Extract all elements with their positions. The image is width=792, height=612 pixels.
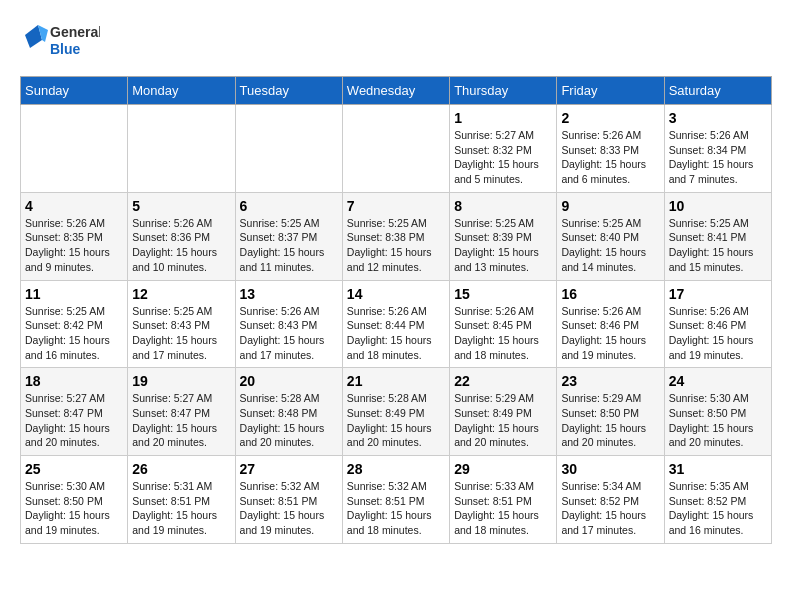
day-info: Sunrise: 5:26 AMSunset: 8:46 PMDaylight:…	[561, 304, 659, 363]
logo-icon: GeneralBlue	[20, 20, 100, 60]
day-cell: 30Sunrise: 5:34 AMSunset: 8:52 PMDayligh…	[557, 456, 664, 544]
day-number: 26	[132, 461, 230, 477]
week-row-4: 18Sunrise: 5:27 AMSunset: 8:47 PMDayligh…	[21, 368, 772, 456]
day-cell: 28Sunrise: 5:32 AMSunset: 8:51 PMDayligh…	[342, 456, 449, 544]
day-cell: 8Sunrise: 5:25 AMSunset: 8:39 PMDaylight…	[450, 192, 557, 280]
day-info: Sunrise: 5:32 AMSunset: 8:51 PMDaylight:…	[240, 479, 338, 538]
day-info: Sunrise: 5:32 AMSunset: 8:51 PMDaylight:…	[347, 479, 445, 538]
day-info: Sunrise: 5:25 AMSunset: 8:39 PMDaylight:…	[454, 216, 552, 275]
day-info: Sunrise: 5:26 AMSunset: 8:45 PMDaylight:…	[454, 304, 552, 363]
day-cell: 21Sunrise: 5:28 AMSunset: 8:49 PMDayligh…	[342, 368, 449, 456]
day-number: 9	[561, 198, 659, 214]
day-number: 21	[347, 373, 445, 389]
day-info: Sunrise: 5:26 AMSunset: 8:35 PMDaylight:…	[25, 216, 123, 275]
day-number: 23	[561, 373, 659, 389]
day-number: 17	[669, 286, 767, 302]
day-number: 29	[454, 461, 552, 477]
day-cell: 18Sunrise: 5:27 AMSunset: 8:47 PMDayligh…	[21, 368, 128, 456]
day-info: Sunrise: 5:34 AMSunset: 8:52 PMDaylight:…	[561, 479, 659, 538]
col-header-thursday: Thursday	[450, 77, 557, 105]
day-info: Sunrise: 5:29 AMSunset: 8:49 PMDaylight:…	[454, 391, 552, 450]
day-number: 1	[454, 110, 552, 126]
day-info: Sunrise: 5:26 AMSunset: 8:43 PMDaylight:…	[240, 304, 338, 363]
day-number: 13	[240, 286, 338, 302]
week-row-1: 1Sunrise: 5:27 AMSunset: 8:32 PMDaylight…	[21, 105, 772, 193]
day-cell: 13Sunrise: 5:26 AMSunset: 8:43 PMDayligh…	[235, 280, 342, 368]
page-header: GeneralBlue	[20, 20, 772, 60]
day-cell: 5Sunrise: 5:26 AMSunset: 8:36 PMDaylight…	[128, 192, 235, 280]
day-cell: 4Sunrise: 5:26 AMSunset: 8:35 PMDaylight…	[21, 192, 128, 280]
day-cell: 24Sunrise: 5:30 AMSunset: 8:50 PMDayligh…	[664, 368, 771, 456]
col-header-friday: Friday	[557, 77, 664, 105]
day-info: Sunrise: 5:27 AMSunset: 8:32 PMDaylight:…	[454, 128, 552, 187]
day-cell: 6Sunrise: 5:25 AMSunset: 8:37 PMDaylight…	[235, 192, 342, 280]
day-info: Sunrise: 5:26 AMSunset: 8:44 PMDaylight:…	[347, 304, 445, 363]
day-number: 6	[240, 198, 338, 214]
day-number: 22	[454, 373, 552, 389]
week-row-5: 25Sunrise: 5:30 AMSunset: 8:50 PMDayligh…	[21, 456, 772, 544]
day-info: Sunrise: 5:35 AMSunset: 8:52 PMDaylight:…	[669, 479, 767, 538]
col-header-saturday: Saturday	[664, 77, 771, 105]
day-cell: 19Sunrise: 5:27 AMSunset: 8:47 PMDayligh…	[128, 368, 235, 456]
day-info: Sunrise: 5:25 AMSunset: 8:38 PMDaylight:…	[347, 216, 445, 275]
col-header-sunday: Sunday	[21, 77, 128, 105]
day-cell	[128, 105, 235, 193]
day-cell	[21, 105, 128, 193]
day-number: 25	[25, 461, 123, 477]
day-cell: 16Sunrise: 5:26 AMSunset: 8:46 PMDayligh…	[557, 280, 664, 368]
day-number: 18	[25, 373, 123, 389]
day-cell: 31Sunrise: 5:35 AMSunset: 8:52 PMDayligh…	[664, 456, 771, 544]
day-number: 11	[25, 286, 123, 302]
day-info: Sunrise: 5:30 AMSunset: 8:50 PMDaylight:…	[669, 391, 767, 450]
day-cell: 15Sunrise: 5:26 AMSunset: 8:45 PMDayligh…	[450, 280, 557, 368]
day-cell: 1Sunrise: 5:27 AMSunset: 8:32 PMDaylight…	[450, 105, 557, 193]
day-number: 10	[669, 198, 767, 214]
day-cell: 10Sunrise: 5:25 AMSunset: 8:41 PMDayligh…	[664, 192, 771, 280]
day-number: 28	[347, 461, 445, 477]
day-info: Sunrise: 5:26 AMSunset: 8:34 PMDaylight:…	[669, 128, 767, 187]
svg-text:Blue: Blue	[50, 41, 81, 57]
col-header-wednesday: Wednesday	[342, 77, 449, 105]
day-info: Sunrise: 5:29 AMSunset: 8:50 PMDaylight:…	[561, 391, 659, 450]
header-row: SundayMondayTuesdayWednesdayThursdayFrid…	[21, 77, 772, 105]
day-cell: 26Sunrise: 5:31 AMSunset: 8:51 PMDayligh…	[128, 456, 235, 544]
day-number: 27	[240, 461, 338, 477]
day-cell	[342, 105, 449, 193]
day-info: Sunrise: 5:31 AMSunset: 8:51 PMDaylight:…	[132, 479, 230, 538]
day-info: Sunrise: 5:25 AMSunset: 8:41 PMDaylight:…	[669, 216, 767, 275]
day-cell: 3Sunrise: 5:26 AMSunset: 8:34 PMDaylight…	[664, 105, 771, 193]
day-cell: 20Sunrise: 5:28 AMSunset: 8:48 PMDayligh…	[235, 368, 342, 456]
day-cell: 2Sunrise: 5:26 AMSunset: 8:33 PMDaylight…	[557, 105, 664, 193]
day-number: 31	[669, 461, 767, 477]
day-info: Sunrise: 5:27 AMSunset: 8:47 PMDaylight:…	[25, 391, 123, 450]
day-cell: 27Sunrise: 5:32 AMSunset: 8:51 PMDayligh…	[235, 456, 342, 544]
day-info: Sunrise: 5:25 AMSunset: 8:40 PMDaylight:…	[561, 216, 659, 275]
day-number: 8	[454, 198, 552, 214]
col-header-monday: Monday	[128, 77, 235, 105]
day-number: 15	[454, 286, 552, 302]
logo: GeneralBlue	[20, 20, 100, 60]
day-info: Sunrise: 5:28 AMSunset: 8:48 PMDaylight:…	[240, 391, 338, 450]
day-number: 30	[561, 461, 659, 477]
day-info: Sunrise: 5:25 AMSunset: 8:37 PMDaylight:…	[240, 216, 338, 275]
day-info: Sunrise: 5:26 AMSunset: 8:33 PMDaylight:…	[561, 128, 659, 187]
day-number: 2	[561, 110, 659, 126]
day-cell: 12Sunrise: 5:25 AMSunset: 8:43 PMDayligh…	[128, 280, 235, 368]
day-cell: 29Sunrise: 5:33 AMSunset: 8:51 PMDayligh…	[450, 456, 557, 544]
day-number: 5	[132, 198, 230, 214]
day-number: 3	[669, 110, 767, 126]
day-info: Sunrise: 5:30 AMSunset: 8:50 PMDaylight:…	[25, 479, 123, 538]
day-info: Sunrise: 5:25 AMSunset: 8:43 PMDaylight:…	[132, 304, 230, 363]
day-info: Sunrise: 5:33 AMSunset: 8:51 PMDaylight:…	[454, 479, 552, 538]
day-info: Sunrise: 5:26 AMSunset: 8:36 PMDaylight:…	[132, 216, 230, 275]
calendar-table: SundayMondayTuesdayWednesdayThursdayFrid…	[20, 76, 772, 544]
day-info: Sunrise: 5:27 AMSunset: 8:47 PMDaylight:…	[132, 391, 230, 450]
day-cell: 14Sunrise: 5:26 AMSunset: 8:44 PMDayligh…	[342, 280, 449, 368]
col-header-tuesday: Tuesday	[235, 77, 342, 105]
day-cell: 25Sunrise: 5:30 AMSunset: 8:50 PMDayligh…	[21, 456, 128, 544]
day-info: Sunrise: 5:26 AMSunset: 8:46 PMDaylight:…	[669, 304, 767, 363]
day-cell: 22Sunrise: 5:29 AMSunset: 8:49 PMDayligh…	[450, 368, 557, 456]
day-cell: 9Sunrise: 5:25 AMSunset: 8:40 PMDaylight…	[557, 192, 664, 280]
day-info: Sunrise: 5:25 AMSunset: 8:42 PMDaylight:…	[25, 304, 123, 363]
day-cell: 17Sunrise: 5:26 AMSunset: 8:46 PMDayligh…	[664, 280, 771, 368]
